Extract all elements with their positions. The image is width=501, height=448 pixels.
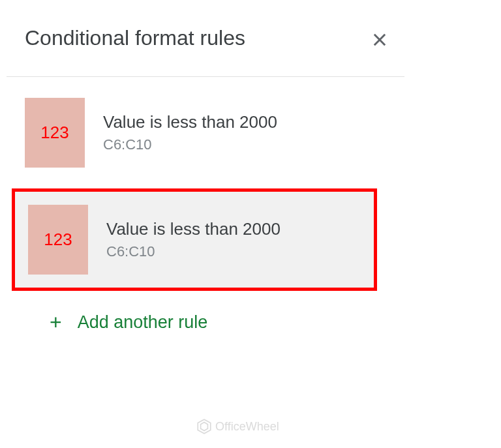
rule-item-selected[interactable]: 123 Value is less than 2000 C6:C10 (12, 188, 377, 291)
add-rule-button[interactable]: + Add another rule (7, 291, 404, 348)
rule-preview-swatch: 123 (28, 205, 88, 275)
watermark-text: OfficeWheel (215, 420, 279, 434)
panel-header: Conditional format rules (7, 0, 404, 77)
rules-list: 123 Value is less than 2000 C6:C10 123 V… (7, 77, 404, 291)
conditional-format-panel: Conditional format rules 123 Value is le… (7, 0, 404, 348)
watermark-icon (196, 418, 213, 435)
rule-condition: Value is less than 2000 (103, 112, 277, 132)
close-button[interactable] (371, 31, 386, 46)
svg-marker-2 (198, 419, 211, 434)
rule-range: C6:C10 (106, 243, 281, 260)
rule-info: Value is less than 2000 C6:C10 (106, 219, 281, 260)
rule-info: Value is less than 2000 C6:C10 (103, 112, 277, 153)
rule-item[interactable]: 123 Value is less than 2000 C6:C10 (7, 82, 404, 183)
plus-icon: + (50, 310, 62, 335)
rule-condition: Value is less than 2000 (106, 219, 281, 239)
panel-title: Conditional format rules (25, 26, 245, 50)
close-icon (371, 31, 389, 49)
add-rule-label: Add another rule (78, 312, 208, 333)
rule-range: C6:C10 (103, 136, 277, 153)
rule-preview-swatch: 123 (25, 98, 85, 168)
svg-marker-3 (201, 423, 208, 431)
watermark: OfficeWheel (196, 418, 279, 435)
